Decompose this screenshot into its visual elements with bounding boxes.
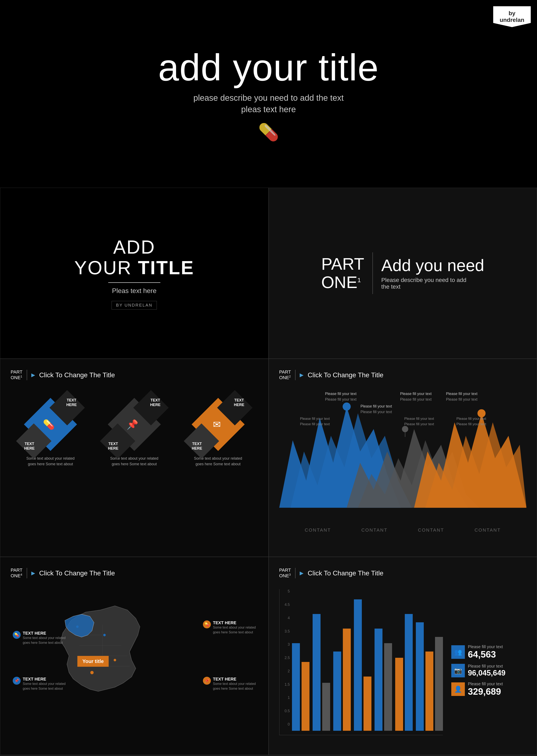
slide-map: PARTONE4 ▶ Click To Change The Title <box>0 557 268 755</box>
ann-5: Please fill your textPlease fill your te… <box>300 416 330 427</box>
stat-value-1: 64,563 <box>468 649 503 660</box>
arrow-icon-6: ▶ <box>31 570 35 576</box>
part-desc: Add you need Please describe you need to… <box>381 256 484 290</box>
bar-blue-2 <box>312 614 320 731</box>
diamond-group-2: TEXTHERE 📌 TEXTHERE Some text about your… <box>105 395 163 467</box>
bar-group-2 <box>312 614 330 731</box>
bar-group-4 <box>354 599 371 731</box>
slide-title: ADD YOUR TITLE Pleas text here BY UNDREL… <box>0 188 268 359</box>
bar-gray-7 <box>435 637 443 731</box>
svg-point-18 <box>103 634 106 636</box>
slide-diamonds: PARTONE1 ▶ Click To Change The Title TEX… <box>0 359 268 557</box>
your-title-box: Your title <box>77 656 109 667</box>
diamond-group-1: TEXTHERE 💊 TEXTHERE Some text about your… <box>21 395 80 467</box>
ann-7: Please fill your textPlease fill your te… <box>457 416 486 427</box>
part-heading: Add you need <box>381 256 484 275</box>
bar-blue-3 <box>333 651 341 731</box>
diamond-group-3: TEXTHERE ✉ TEXTHERE Some text about your… <box>189 395 247 467</box>
bar-blue-5 <box>375 629 383 731</box>
bar-orange-3 <box>343 629 351 731</box>
stat-label-2: Please fill your text <box>468 664 506 669</box>
part-num-7: PARTONE3 <box>279 567 291 579</box>
section-header-5: PARTONE2 ▶ Click To Change The Title <box>279 369 526 381</box>
ann-2: Please fill your textPlease fill your te… <box>360 403 392 415</box>
svg-point-19 <box>114 659 116 661</box>
stat-icon-1: 👥 <box>451 645 465 659</box>
slide2-heading: ADD YOUR TITLE <box>74 237 194 278</box>
slide-peaks: PARTONE2 ▶ Click To Change The Title <box>268 359 537 557</box>
part-description: Please describe you need to add the text <box>381 277 475 290</box>
label-contant-2: CONTANT <box>361 527 388 533</box>
map-label-left-1: 💊 TEXT HERE Some text about your related… <box>13 631 65 645</box>
hero-slide: by undrelan add your title please descri… <box>0 0 537 188</box>
title-divider <box>108 282 160 283</box>
section-header-4: PARTONE1 ▶ Click To Change The Title <box>11 369 258 381</box>
arrow-icon-5: ▶ <box>300 372 304 378</box>
stat-label-3: Please fill your text <box>468 682 503 686</box>
ann-6: Please fill your textPlease fill your te… <box>404 416 434 427</box>
v-divider-4 <box>27 370 27 380</box>
stat-value-2: 96,045,649 <box>468 669 506 677</box>
bar-orange-4 <box>363 677 371 731</box>
section-title-5: Click To Change The Title <box>308 371 383 379</box>
watermark: by undrelan <box>493 6 531 27</box>
svg-point-17 <box>76 625 79 628</box>
stat-info-3: Please fill your text 329,689 <box>468 682 503 697</box>
bar-gray-5 <box>384 643 392 731</box>
bar-group-3 <box>333 629 351 731</box>
v-divider-7 <box>295 568 296 578</box>
stat-card-3: 👤 Please fill your text 329,689 <box>451 682 526 697</box>
stat-card-2: 📷 Please fill your text 96,045,649 <box>451 664 526 677</box>
stat-info-2: Please fill your text 96,045,649 <box>468 664 506 677</box>
peaks-chart-svg <box>279 391 526 512</box>
stat-label-1: Please fill your text <box>468 645 503 649</box>
part-num-4: PARTONE1 <box>11 369 22 381</box>
section-title-7: Click To Change The Title <box>308 569 383 577</box>
section-title-6: Click To Change The Title <box>39 569 115 577</box>
china-map-svg <box>27 593 173 714</box>
bar-chart-area: 5 4.5 4 3.5 3 2.5 2 1.5 1 0.5 0 <box>279 589 443 752</box>
section-header-7: PARTONE3 ▶ Click To Change The Title <box>279 567 526 579</box>
hero-subtitle1: please describe you need to add the text <box>193 93 344 103</box>
bar-orange-6 <box>395 658 403 731</box>
stat-icon-3: 👤 <box>451 682 465 696</box>
svg-point-20 <box>90 671 94 674</box>
bar-group-7 <box>416 622 443 731</box>
bar-group-1 <box>292 643 310 731</box>
arrow-icon-4: ▶ <box>31 372 35 378</box>
section-title-4: Click To Change The Title <box>39 371 115 379</box>
label-contant-3: CONTANT <box>418 527 444 533</box>
bar-group-6 <box>395 614 413 731</box>
bar-gray-2 <box>322 683 330 731</box>
part-num-5: PARTONE2 <box>279 369 291 381</box>
map-label-left-2: 📌 TEXT HERE Some text about your related… <box>13 677 65 691</box>
ann-3: Please fill your textPlease fill your te… <box>400 391 432 402</box>
arrow-icon-7: ▶ <box>300 570 304 576</box>
vertical-divider <box>372 252 373 294</box>
v-divider-6 <box>27 568 27 578</box>
stat-value-3: 329,689 <box>468 686 503 697</box>
bar-blue-4 <box>354 599 362 731</box>
part-label: PARTONE1 <box>321 255 364 292</box>
stat-info-1: Please fill your text 64,563 <box>468 645 503 660</box>
stat-icon-2: 📷 <box>451 664 465 677</box>
hero-subtitle2: pleas text here <box>241 105 296 114</box>
label-contant-4: CONTANT <box>475 527 501 533</box>
y-axis: 5 4.5 4 3.5 3 2.5 2 1.5 1 0.5 0 <box>279 589 291 727</box>
pills-icon: 💊 <box>258 122 279 142</box>
slides-grid: ADD YOUR TITLE Pleas text here BY UNDREL… <box>0 188 537 755</box>
diamonds-row: TEXTHERE 💊 TEXTHERE Some text about your… <box>11 391 258 471</box>
pleas-text: Pleas text here <box>112 287 156 295</box>
bar-orange-1 <box>302 662 310 731</box>
by-label: BY UNDRELAN <box>111 301 157 310</box>
map-label-right-2: 📌 TEXT HERE Some text about your related… <box>203 677 256 691</box>
section-header-6: PARTONE4 ▶ Click To Change The Title <box>11 567 258 579</box>
stats-cards: 👥 Please fill your text 64,563 📷 Please … <box>451 589 526 752</box>
stat-card-1: 👥 Please fill your text 64,563 <box>451 645 526 660</box>
ann-1: Please fill your textPlease fill your te… <box>325 391 356 402</box>
bar-blue-6 <box>405 614 413 731</box>
label-contant-1: CONTANT <box>305 527 331 533</box>
peaks-labels: CONTANT CONTANT CONTANT CONTANT <box>279 527 526 533</box>
ann-4: Please fill your textPlease fill your te… <box>446 391 477 402</box>
bar-orange-7 <box>426 651 434 731</box>
